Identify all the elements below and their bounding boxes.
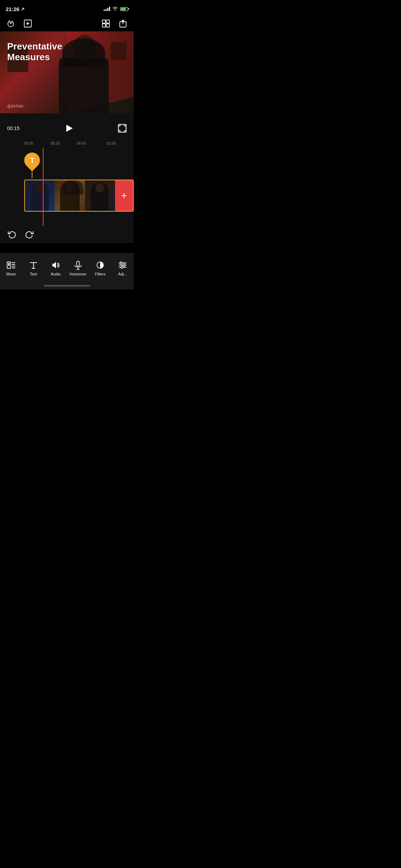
export-icon[interactable] xyxy=(118,19,128,29)
timeline-area[interactable]: T xyxy=(0,148,134,226)
text-pin: T xyxy=(21,149,43,171)
toolbar-item-audio[interactable]: Audio xyxy=(45,254,67,282)
timeline-ruler: 00:00 • 00:20 • 00:40 • 01:00 • xyxy=(0,139,134,148)
play-button[interactable] xyxy=(62,122,75,135)
svg-point-14 xyxy=(120,262,122,264)
adjust-icon xyxy=(118,260,127,270)
bottom-toolbar: Mixer Text Audio xyxy=(0,253,134,289)
svg-rect-8 xyxy=(8,263,10,266)
toolbar-right xyxy=(101,19,128,29)
status-time: 21:26 ↗ xyxy=(6,6,25,12)
audio-icon xyxy=(51,260,60,270)
text-icon xyxy=(29,260,38,270)
toolbar-item-adjust[interactable]: Adj... xyxy=(112,254,134,282)
ruler-20: 00:20 xyxy=(51,141,60,145)
preview-play-icon[interactable] xyxy=(23,19,33,29)
location-icon: ↗ xyxy=(21,6,25,12)
text-marker[interactable]: T xyxy=(24,153,40,178)
mixer-icon xyxy=(6,260,16,270)
undo-button[interactable] xyxy=(7,229,17,239)
filters-icon xyxy=(96,260,105,270)
add-clip-button[interactable]: + xyxy=(115,180,133,211)
filters-label: Filters xyxy=(95,272,106,276)
svg-marker-1 xyxy=(27,22,30,25)
storyboard-icon[interactable] xyxy=(101,19,111,29)
top-toolbar xyxy=(0,16,134,31)
toolbar-item-filters[interactable]: Filters xyxy=(89,254,112,282)
spacer xyxy=(0,113,134,118)
svg-point-18 xyxy=(121,266,123,268)
undo-redo-bar xyxy=(0,226,134,243)
status-bar: 21:26 ↗ xyxy=(0,0,134,16)
adjust-label: Adj... xyxy=(118,272,127,276)
text-label: Text xyxy=(30,272,37,276)
battery-icon xyxy=(120,7,128,11)
ruler-00: 00:00 xyxy=(24,141,33,145)
playback-controls: 00:15 xyxy=(0,118,134,139)
svg-rect-3 xyxy=(106,20,109,23)
svg-point-16 xyxy=(123,264,125,266)
home-indicator xyxy=(0,282,134,289)
time-display: 00:15 xyxy=(7,125,20,131)
svg-rect-2 xyxy=(102,20,106,23)
video-thumb-3 xyxy=(85,180,115,211)
ruler-60: 01:00 xyxy=(107,141,116,145)
audio-label: Audio xyxy=(51,272,61,276)
fullscreen-button[interactable] xyxy=(118,124,127,133)
toolbar-left xyxy=(6,19,33,29)
video-preview: PreventativeMeasures @247HH xyxy=(0,31,134,113)
mixer-label: Mixer xyxy=(6,272,16,276)
playhead xyxy=(43,148,43,226)
add-plus-icon: + xyxy=(121,191,127,201)
voiceover-icon xyxy=(73,260,83,270)
text-pin-label: T xyxy=(30,156,34,165)
svg-rect-9 xyxy=(77,261,79,266)
toolbar-item-text[interactable]: Text xyxy=(22,254,45,282)
video-strip-container[interactable]: + xyxy=(24,180,134,212)
play-triangle xyxy=(66,125,73,132)
video-watermark: @247HH xyxy=(7,104,23,108)
ruler-40: 00:40 xyxy=(77,141,86,145)
person-area xyxy=(53,31,134,113)
home-bar xyxy=(44,285,90,286)
video-title-text: PreventativeMeasures xyxy=(7,41,62,63)
video-thumb-2 xyxy=(55,180,85,211)
svg-rect-5 xyxy=(106,24,109,27)
status-right xyxy=(104,6,128,12)
toolbar-item-mixer[interactable]: Mixer xyxy=(0,254,22,282)
video-thumb-1 xyxy=(25,180,55,211)
video-title-overlay: PreventativeMeasures xyxy=(7,41,62,63)
toolbar-item-voiceover[interactable]: Voiceover xyxy=(67,254,89,282)
wifi-icon xyxy=(112,6,118,12)
redo-button[interactable] xyxy=(24,229,34,239)
signal-bars xyxy=(104,7,110,11)
svg-rect-4 xyxy=(102,24,106,27)
effect-icon[interactable] xyxy=(6,19,16,29)
video-strip xyxy=(25,180,115,211)
voiceover-label: Voiceover xyxy=(70,272,87,276)
toolbar-items: Mixer Text Audio xyxy=(0,254,134,282)
